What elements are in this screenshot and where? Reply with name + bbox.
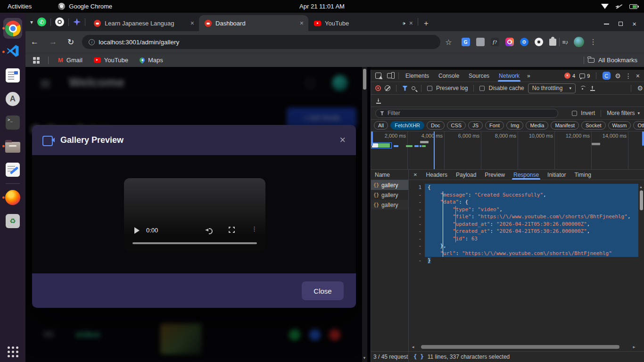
dock-software-updater[interactable]: A [2, 87, 24, 111]
video-progress-bar[interactable] [132, 242, 257, 244]
translate-extension-icon[interactable]: G [462, 38, 470, 46]
devtools-ai-icon[interactable] [603, 72, 611, 80]
extension-icon[interactable] [505, 38, 514, 46]
clear-network-icon[interactable] [385, 85, 390, 91]
volume-icon[interactable] [205, 227, 213, 233]
dock-vscode[interactable] [2, 40, 24, 64]
scroll-right-arrow-icon[interactable]: ► [631, 345, 637, 349]
scroll-left-arrow-icon[interactable]: ◄ [410, 345, 416, 349]
media-controls-icon[interactable]: ≡♪ [562, 39, 568, 46]
window-close-button[interactable]: × [632, 20, 636, 27]
battery-icon[interactable] [629, 4, 637, 9]
network-filter-input[interactable]: Filter [375, 109, 558, 118]
back-button[interactable]: ← [25, 37, 44, 47]
more-filters-button[interactable]: More filters▾ [607, 110, 640, 116]
tab-audio-icon[interactable]: 🕩 [402, 20, 405, 26]
address-bar[interactable]: i localhost:3001/admin/gallery [82, 35, 440, 49]
dock-libreoffice-writer[interactable] [2, 64, 24, 87]
dock-firefox[interactable] [2, 186, 24, 209]
wifi-icon[interactable] [601, 4, 609, 9]
filter-chip-img[interactable]: Img [506, 121, 523, 130]
detail-tab-payload[interactable]: Payload [452, 170, 480, 180]
modal-close-icon[interactable]: × [339, 135, 346, 145]
response-scrollbar-thumb[interactable] [640, 190, 643, 210]
window-restore-button[interactable] [619, 22, 623, 26]
devtools-close-icon[interactable]: × [636, 72, 640, 80]
network-conditions-icon[interactable] [579, 86, 586, 90]
name-column-header[interactable]: Name [371, 170, 409, 180]
search-network-icon[interactable] [412, 86, 415, 90]
record-network-icon[interactable] [375, 85, 381, 91]
scrollbar-thumb[interactable] [363, 69, 366, 90]
tab-youtube[interactable]: YouTube 🕩 × [308, 15, 418, 31]
devtools-tab-elements[interactable]: Elements [401, 70, 434, 82]
fullscreen-icon[interactable] [229, 227, 235, 233]
all-bookmarks-button[interactable]: All Bookmarks [580, 57, 644, 64]
scroll-down-arrow-icon[interactable]: ▼ [363, 356, 366, 360]
timeline-handle-left[interactable] [371, 132, 373, 146]
extensions-menu-icon[interactable] [549, 39, 556, 46]
bookmark-star-icon[interactable]: ☆ [440, 38, 456, 47]
dock-terminal[interactable]: >_ [2, 111, 24, 134]
tab-close-icon[interactable]: × [190, 19, 194, 27]
filter-chip-manifest[interactable]: Manifest [551, 121, 579, 130]
close-detail-icon[interactable]: × [409, 171, 422, 178]
activities-button[interactable]: Activities [8, 3, 32, 10]
volume-muted-icon[interactable] [615, 4, 623, 9]
page-scrollbar[interactable]: ▼ [362, 67, 367, 362]
more-panels-icon[interactable]: » [524, 73, 533, 79]
request-row[interactable]: {}gallery [371, 180, 408, 190]
browser-menu-icon[interactable]: ⋮ [584, 38, 603, 46]
horizontal-scrollbar[interactable]: ◄ ► [410, 344, 637, 350]
filter-chip-wasm[interactable]: Wasm [608, 121, 631, 130]
dock-trash[interactable]: ♻ [2, 209, 24, 233]
filter-chip-socket[interactable]: Socket [581, 121, 606, 130]
network-settings-icon[interactable]: ⚙ [637, 84, 643, 92]
device-toolbar-icon[interactable] [387, 73, 393, 78]
detail-tab-preview[interactable]: Preview [480, 170, 509, 180]
devtools-tab-console[interactable]: Console [434, 70, 464, 82]
filter-chip-js[interactable]: JS [468, 121, 483, 130]
play-button[interactable] [134, 227, 140, 234]
scroll-up-arrow-icon[interactable]: ▲ [639, 185, 643, 189]
tab-dashboard[interactable]: Dashboard × [199, 15, 308, 31]
profile-avatar[interactable] [574, 37, 584, 47]
error-badge[interactable]: ×4 [564, 73, 575, 79]
tab-search-chevron-icon[interactable]: ▾ [30, 19, 33, 25]
request-row[interactable]: {}gallery [371, 190, 408, 200]
devtools-settings-icon[interactable]: ⚙ [615, 72, 621, 80]
export-har-icon[interactable] [376, 98, 381, 104]
clock[interactable]: Apr 21 11:01 AM [198, 3, 446, 10]
tab-close-icon[interactable]: × [300, 19, 304, 27]
h-scrollbar-thumb[interactable] [421, 345, 619, 349]
devtools-tab-sources[interactable]: Sources [464, 70, 494, 82]
forward-button[interactable]: → [44, 37, 62, 47]
whatsapp-pinned-icon[interactable] [37, 17, 46, 26]
warning-badge[interactable]: 9 [579, 73, 590, 79]
detail-tab-response[interactable]: Response [509, 170, 543, 180]
detail-tab-headers[interactable]: Headers [422, 170, 452, 180]
detail-tab-timing[interactable]: Timing [570, 170, 595, 180]
dock-chrome[interactable] [2, 16, 24, 40]
devtools-menu-icon[interactable]: ⋮ [625, 72, 632, 80]
video-player[interactable]: 0:00 ⋮ [124, 178, 265, 251]
filter-chip-doc[interactable]: Doc [427, 121, 445, 130]
network-timeline[interactable]: 2,000 ms4,000 ms6,000 ms8,000 ms10,000 m… [371, 132, 644, 170]
inspect-element-icon[interactable] [375, 73, 381, 79]
bookmark-youtube[interactable]: YouTube [88, 57, 134, 64]
apps-grid-icon[interactable] [33, 57, 40, 64]
timeline-handle-right[interactable] [642, 132, 644, 146]
filter-chip-all[interactable]: All [374, 121, 388, 130]
tab-learn-japanese[interactable]: Learn Japanese Languag × [88, 15, 199, 31]
gemini-pinned-icon[interactable] [73, 18, 81, 26]
filter-chip-css[interactable]: CSS [447, 121, 466, 130]
filter-chip-font[interactable]: Font [485, 121, 504, 130]
filter-chip-fetchxhr[interactable]: Fetch/XHR [390, 121, 424, 130]
disable-cache-checkbox[interactable] [479, 86, 485, 91]
response-code[interactable]: 1{- "message": "Created Successfully",- … [409, 184, 638, 264]
new-tab-button[interactable]: + [418, 19, 434, 31]
window-minimize-button[interactable] [604, 24, 609, 25]
bookmark-maps[interactable]: Maps [134, 57, 169, 64]
filter-chip-media[interactable]: Media [526, 121, 548, 130]
invert-checkbox[interactable] [572, 111, 577, 116]
